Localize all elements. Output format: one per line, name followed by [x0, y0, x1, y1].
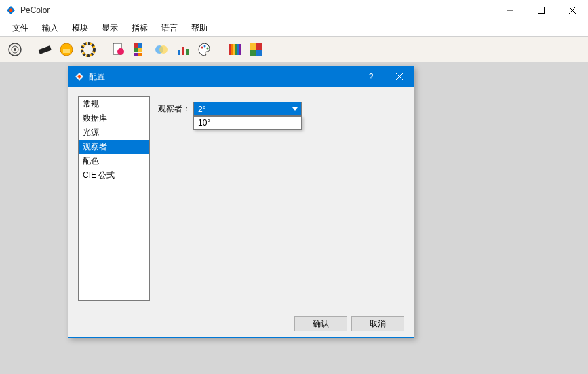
menu-display[interactable]: 显示: [95, 20, 125, 36]
ok-button[interactable]: 确认: [294, 316, 347, 331]
svg-rect-9: [39, 45, 52, 54]
svg-rect-38: [256, 50, 262, 56]
chart-icon[interactable]: [174, 40, 193, 59]
svg-rect-25: [186, 49, 189, 55]
menu-input[interactable]: 输入: [35, 20, 65, 36]
overlap-circles-icon[interactable]: [152, 40, 171, 59]
folder-icon[interactable]: [57, 40, 76, 59]
close-button[interactable]: [557, 0, 588, 20]
settings-icon[interactable]: [5, 40, 24, 59]
svg-rect-35: [250, 43, 256, 50]
window-title: PeColor: [20, 5, 494, 15]
dialog-app-icon: [74, 71, 85, 82]
observer-selected-value: 2°: [198, 105, 297, 114]
svg-rect-34: [239, 44, 241, 55]
svg-rect-29: [229, 44, 231, 55]
observer-dropdown: 10°: [193, 116, 302, 130]
swatch-grid-icon[interactable]: [130, 40, 149, 59]
svg-point-28: [207, 47, 209, 49]
svg-rect-37: [250, 50, 256, 56]
quadrant-icon[interactable]: [247, 40, 266, 59]
ruler-icon[interactable]: [35, 40, 54, 59]
svg-rect-20: [138, 53, 142, 56]
maximize-button[interactable]: [526, 0, 557, 20]
minimize-button[interactable]: [494, 0, 526, 20]
menu-module[interactable]: 模块: [65, 20, 95, 36]
svg-rect-15: [134, 43, 138, 48]
title-bar: PeColor: [0, 0, 588, 20]
svg-rect-30: [231, 44, 233, 55]
svg-point-27: [204, 45, 206, 47]
category-matching[interactable]: 配色: [79, 154, 149, 168]
category-list[interactable]: 常规 数据库 光源 观察者 配色 CIE 公式: [78, 96, 150, 301]
svg-rect-16: [138, 43, 142, 48]
color-wheel-icon[interactable]: [79, 40, 98, 59]
toolbar: [0, 37, 588, 62]
category-general[interactable]: 常规: [79, 97, 149, 111]
svg-rect-33: [237, 44, 239, 55]
category-illuminant[interactable]: 光源: [79, 126, 149, 140]
svg-point-14: [117, 48, 124, 55]
menu-help[interactable]: 帮助: [184, 20, 214, 36]
svg-rect-23: [178, 50, 180, 55]
category-database[interactable]: 数据库: [79, 111, 149, 126]
svg-rect-3: [538, 7, 545, 13]
dialog-title: 配置: [89, 71, 357, 83]
svg-rect-36: [256, 43, 262, 50]
settings-panel: 观察者： 2° 10°: [158, 96, 404, 301]
dialog-help-button[interactable]: ?: [357, 67, 385, 87]
observer-label: 观察者：: [158, 102, 191, 115]
svg-rect-18: [138, 48, 142, 52]
svg-point-8: [14, 48, 16, 51]
menu-indicator[interactable]: 指标: [125, 20, 155, 36]
dialog-title-bar[interactable]: 配置 ?: [68, 67, 414, 87]
svg-rect-24: [182, 47, 184, 55]
category-observer[interactable]: 观察者: [79, 140, 149, 154]
svg-point-22: [159, 45, 168, 54]
menu-bar: 文件 输入 模块 显示 指标 语言 帮助: [0, 20, 588, 37]
svg-rect-19: [134, 53, 138, 56]
observer-combobox[interactable]: 2°: [193, 102, 302, 116]
svg-point-26: [201, 46, 203, 48]
document-icon[interactable]: [109, 40, 128, 59]
palette-icon[interactable]: [195, 40, 214, 59]
menu-language[interactable]: 语言: [155, 20, 184, 36]
dialog-footer: 确认 取消: [68, 310, 414, 337]
svg-rect-17: [134, 48, 138, 52]
spectrum-icon[interactable]: [225, 40, 244, 59]
menu-file[interactable]: 文件: [5, 20, 35, 36]
dialog-close-button[interactable]: [385, 67, 414, 87]
dropdown-option-10[interactable]: 10°: [194, 117, 301, 129]
category-cie-formula[interactable]: CIE 公式: [79, 168, 149, 183]
svg-marker-43: [292, 107, 298, 111]
app-icon: [5, 5, 16, 16]
cancel-button[interactable]: 取消: [351, 316, 404, 331]
svg-rect-31: [233, 44, 235, 55]
svg-rect-32: [235, 44, 237, 55]
chevron-down-icon: [290, 104, 300, 114]
config-dialog: 配置 ? 常规 数据库 光源 观察者 配色 CIE 公式 观察者： 2° 10°: [68, 66, 414, 338]
